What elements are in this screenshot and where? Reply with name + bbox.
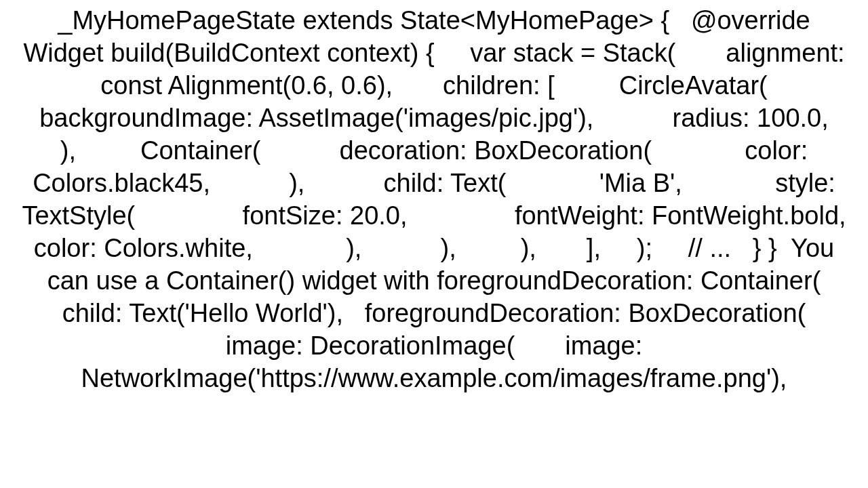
document-body: _MyHomePageState extends State<MyHomePag… <box>0 0 868 488</box>
